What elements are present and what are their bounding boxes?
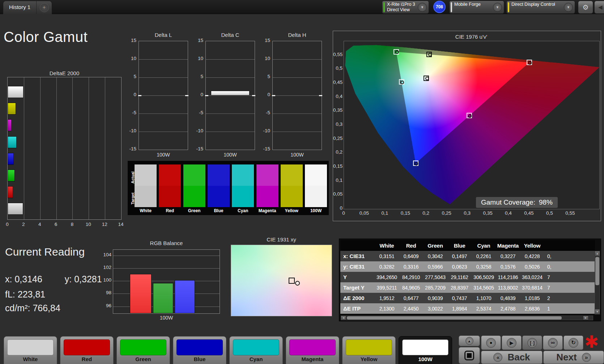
axis-tick-label: 104 <box>99 252 111 257</box>
zero-tick <box>319 95 322 96</box>
gridline <box>273 132 322 132</box>
gridline <box>139 77 188 78</box>
bar-cyan <box>8 136 17 148</box>
table-cell: 1,1070 <box>472 293 496 303</box>
table-cell: 0,0623 <box>447 261 472 272</box>
chevron-down-icon[interactable]: ▼ <box>493 3 502 12</box>
loop-icon: ∞ <box>548 338 558 348</box>
back-chevron-icon: « <box>493 353 502 362</box>
marker-measurement <box>289 278 295 284</box>
scroll-left-arrow[interactable]: ◄ <box>341 316 346 320</box>
axis-tick-label: 12 <box>100 222 109 227</box>
collapse-panel-button[interactable]: ◀ <box>594 1 604 14</box>
loop-button[interactable]: ∞ <box>543 335 563 350</box>
chevron-down-icon[interactable]: ▼ <box>418 3 427 12</box>
window-icon <box>464 351 474 360</box>
control-accent <box>508 2 509 12</box>
swatch-target <box>256 186 278 207</box>
table-row: ΔE ITP2,13002,44503,00221,89842,53742,47… <box>340 303 595 314</box>
axis-tick-label: 96 <box>99 303 111 308</box>
h-scroll-thumb[interactable] <box>347 316 562 320</box>
table-cell: 399,5211 <box>375 282 399 293</box>
gridline <box>113 268 220 269</box>
meter-dropdown[interactable]: X-Rite i1Pro 3 Direct View ▼ <box>382 1 429 14</box>
pattern-button-green[interactable]: Green <box>116 336 170 364</box>
scroll-down-arrow[interactable]: ▼ <box>595 309 600 314</box>
back-button[interactable]: « Back <box>481 351 543 364</box>
pattern-swatch <box>176 339 223 355</box>
play-button[interactable]: ▶ <box>502 335 522 350</box>
gridline <box>273 59 322 60</box>
page-title: Color Gamut <box>4 29 88 45</box>
chart-title: RGB Balance <box>113 240 220 246</box>
table-cell: 84,9605 <box>399 282 423 293</box>
pattern-label: Blue <box>173 356 226 362</box>
axis-tick-label: 8 <box>68 222 76 227</box>
swatch-target <box>232 186 254 207</box>
swatch-label: Red <box>158 208 182 213</box>
pattern-button-red[interactable]: Red <box>60 336 114 364</box>
bar-magenta <box>8 119 12 131</box>
axis-tick-label: 15 <box>191 38 203 43</box>
pattern-button-magenta[interactable]: Magenta <box>286 336 339 364</box>
add-tab-button[interactable]: + <box>40 3 49 12</box>
axis-tick-label: -15 <box>191 146 203 151</box>
table-cell-clipped: 7 <box>544 282 595 293</box>
gridline <box>105 77 105 219</box>
pattern-size-button[interactable]: [·] <box>522 335 542 350</box>
pattern-button-100w[interactable]: 100W <box>399 336 452 364</box>
column-header: White <box>375 240 399 251</box>
reading-x-value: 0,3146 <box>14 274 42 284</box>
swatch-cyan <box>232 164 254 207</box>
swatch-actual <box>256 164 278 186</box>
axis-tick-label: 0,5 <box>542 210 557 216</box>
scroll-right-arrow[interactable]: ► <box>583 316 588 320</box>
pattern-button-white[interactable]: White <box>4 336 57 364</box>
stop-button[interactable]: ■ <box>481 335 501 350</box>
pattern-up-button[interactable]: ▲ <box>459 335 480 346</box>
gridline <box>24 77 24 219</box>
table-cell: 306,5029 <box>472 272 496 282</box>
pattern-window-button[interactable] <box>459 347 480 364</box>
axis-tick-label: 100 <box>99 277 111 283</box>
pattern-label: Magenta <box>286 356 339 362</box>
swatch-label: Blue <box>207 208 231 213</box>
tab-history-1[interactable]: History 1 <box>3 1 36 14</box>
table-cell: 28,8397 <box>447 282 472 293</box>
table-cell: 0,6409 <box>399 251 423 261</box>
pattern-button-blue[interactable]: Blue <box>173 336 226 364</box>
scroll-up-arrow[interactable]: ▲ <box>595 251 600 256</box>
chevron-down-icon[interactable]: ▼ <box>564 3 573 12</box>
chart-title: CIE 1976 u'v' <box>344 34 599 40</box>
next-button[interactable]: Next » <box>543 351 604 364</box>
table-cell: 0,3258 <box>472 261 496 272</box>
refresh-button[interactable]: ↻ <box>563 335 583 350</box>
axis-tick-label: 15 <box>124 38 136 43</box>
cie1931-chart: CIE 1931 xy <box>231 236 332 317</box>
axis-tick-label: -5 <box>191 110 203 115</box>
reading-cdm2-value: 766,84 <box>33 303 60 313</box>
axis-tick-label: 5 <box>124 74 136 79</box>
stop-icon: ■ <box>486 338 496 348</box>
settings-button[interactable]: ⚙ <box>578 1 593 14</box>
actual-target-strip: Actual Target WhiteRedGreenBlueCyanMagen… <box>128 161 329 215</box>
axis-tick-label: 0 <box>333 205 343 211</box>
pattern-button-cyan[interactable]: Cyan <box>229 336 283 364</box>
top-bar: History 1 + X-Rite i1Pro 3 Direct View ▼… <box>0 0 604 14</box>
table-cell: 29,1162 <box>447 272 472 282</box>
chart-title: CIE 1931 xy <box>231 236 332 243</box>
axis-tick-label: 2 <box>19 222 28 227</box>
source-dropdown[interactable]: Mobile Forge ▼ <box>449 1 504 14</box>
pattern-button-yellow[interactable]: Yellow <box>342 336 396 364</box>
axis-tick-label: -10 <box>258 128 270 133</box>
swatch-target <box>281 186 303 207</box>
axis-tick-label: 0,35 <box>481 210 495 216</box>
control-dropdown[interactable]: Direct Display Control ▼ <box>506 1 575 14</box>
zero-tick <box>138 95 141 96</box>
table-cell-clipped: 7 <box>544 272 595 282</box>
axis-tick-label: 0,35 <box>333 107 343 113</box>
gridline <box>273 114 322 114</box>
v-scroll-thumb[interactable] <box>595 257 599 285</box>
axis-tick-label: 0,3 <box>333 121 343 127</box>
column-header <box>340 240 375 251</box>
